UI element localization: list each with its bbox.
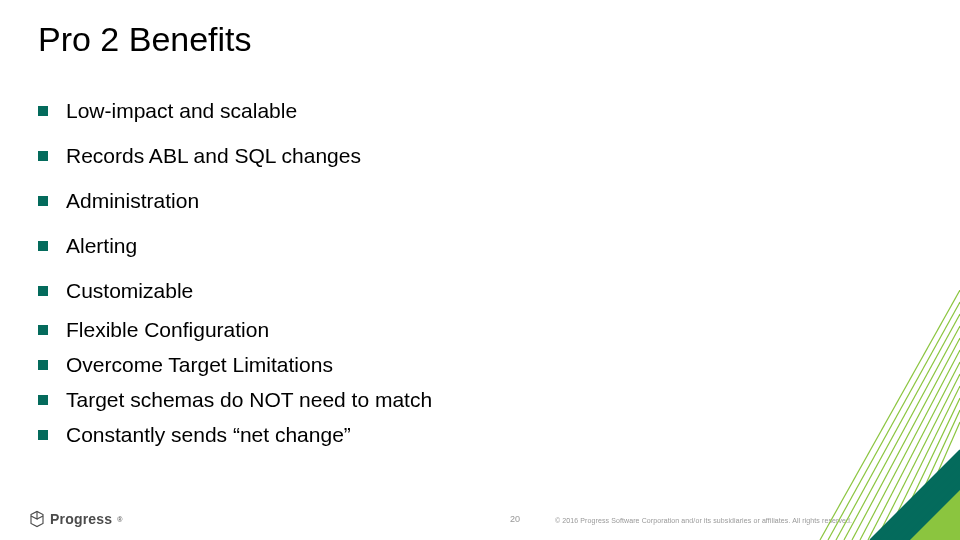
logo-text: Progress [50, 511, 112, 527]
progress-logo: Progress ® [28, 510, 122, 528]
list-item: Target schemas do NOT need to match [38, 389, 432, 410]
bullet-text: Low-impact and scalable [66, 100, 297, 121]
square-bullet-icon [38, 196, 48, 206]
list-item: Records ABL and SQL changes [38, 145, 432, 166]
bullet-text: Alerting [66, 235, 137, 256]
list-item: Overcome Target Limitations [38, 354, 432, 375]
square-bullet-icon [38, 360, 48, 370]
svg-line-16 [886, 466, 960, 540]
list-item: Customizable [38, 280, 432, 301]
square-bullet-icon [38, 151, 48, 161]
square-bullet-icon [38, 241, 48, 251]
slide: Pro 2 Benefits Low-impact and scalable R… [0, 0, 960, 540]
slide-footer: Progress ® 20 © 2016 Progress Software C… [0, 504, 960, 528]
square-bullet-icon [38, 430, 48, 440]
svg-line-0 [820, 290, 960, 540]
list-item: Flexible Configuration [38, 319, 432, 340]
copyright-text: © 2016 Progress Software Corporation and… [555, 517, 852, 524]
slide-title: Pro 2 Benefits [38, 20, 252, 59]
page-number: 20 [510, 514, 520, 524]
square-bullet-icon [38, 286, 48, 296]
bullet-text: Constantly sends “net change” [66, 424, 351, 445]
list-item: Alerting [38, 235, 432, 256]
bullet-text: Administration [66, 190, 199, 211]
bullet-list: Low-impact and scalable Records ABL and … [38, 100, 432, 445]
bullet-text: Records ABL and SQL changes [66, 145, 361, 166]
registered-mark: ® [117, 516, 122, 523]
bullet-text: Overcome Target Limitations [66, 354, 333, 375]
bullet-text: Flexible Configuration [66, 319, 269, 340]
list-item: Administration [38, 190, 432, 211]
list-item: Low-impact and scalable [38, 100, 432, 121]
list-item: Constantly sends “net change” [38, 424, 432, 445]
square-bullet-icon [38, 325, 48, 335]
square-bullet-icon [38, 106, 48, 116]
square-bullet-icon [38, 395, 48, 405]
bullet-text: Target schemas do NOT need to match [66, 389, 432, 410]
bullet-text: Customizable [66, 280, 193, 301]
progress-logo-icon [28, 510, 46, 528]
decorative-lines-icon [760, 290, 960, 540]
